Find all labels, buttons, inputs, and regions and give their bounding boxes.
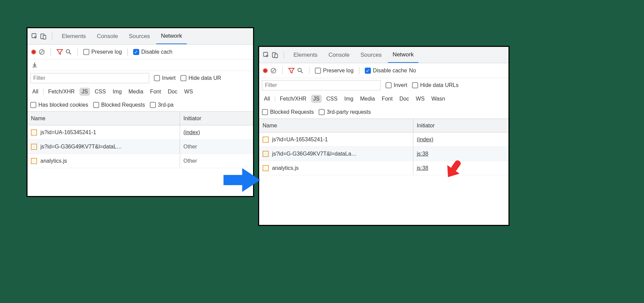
blocked-requests-checkbox[interactable]: Blocked Requests — [262, 109, 314, 115]
svg-rect-7 — [33, 67, 37, 67]
filter-ws[interactable]: WS — [414, 95, 427, 103]
record-icon[interactable] — [263, 68, 268, 73]
tab-elements[interactable]: Elements — [289, 47, 322, 63]
filter-media[interactable]: Media — [358, 95, 377, 103]
tab-console[interactable]: Console — [324, 47, 354, 63]
filter-input[interactable] — [30, 73, 149, 83]
download-row — [28, 59, 253, 71]
tab-network[interactable]: Network — [156, 29, 187, 44]
devtools-panel-after: Elements Console Sources Network Preserv… — [258, 46, 509, 226]
filter-font[interactable]: Font — [380, 95, 395, 103]
disable-cache-checkbox[interactable]: ✓Disable cach — [133, 49, 173, 55]
type-filter-bar: All Fetch/XHR JS CSS Img Media Font Doc … — [259, 92, 508, 105]
table-row[interactable]: ◦js?id=UA-165345241-1 (index) — [259, 132, 508, 147]
col-initiator[interactable]: Initiator — [413, 119, 508, 132]
js-file-icon: ◦ — [31, 144, 37, 150]
tab-sources[interactable]: Sources — [356, 47, 386, 63]
filter-all[interactable]: All — [30, 88, 40, 96]
filter-img[interactable]: Img — [342, 95, 356, 103]
tabstrip: Elements Console Sources Network — [28, 28, 253, 44]
clear-icon[interactable] — [270, 67, 277, 74]
js-file-icon: ◦ — [263, 151, 269, 157]
svg-point-13 — [298, 68, 301, 72]
search-icon[interactable] — [297, 67, 304, 74]
filter-css[interactable]: CSS — [93, 88, 108, 96]
blocked-requests-checkbox[interactable]: Blocked Requests — [93, 102, 145, 108]
record-icon[interactable] — [31, 49, 36, 55]
svg-line-14 — [301, 71, 303, 73]
filter-ws[interactable]: WS — [182, 88, 195, 96]
disable-cache-checkbox[interactable]: ✓Disable cache — [365, 68, 407, 74]
filter-js[interactable]: JS — [311, 95, 322, 103]
device-icon[interactable] — [40, 33, 47, 40]
tab-console[interactable]: Console — [92, 28, 123, 44]
tab-network[interactable]: Network — [388, 47, 418, 63]
network-toolbar: Preserve log ✓Disable cach — [28, 44, 253, 59]
filter-css[interactable]: CSS — [324, 95, 340, 103]
svg-point-5 — [66, 50, 70, 53]
svg-rect-10 — [275, 54, 278, 58]
extra-filter-bar: Has blocked cookies Blocked Requests 3rd… — [28, 98, 253, 112]
svg-rect-2 — [43, 35, 46, 39]
download-icon[interactable] — [32, 62, 38, 69]
table-row[interactable]: ◦analytics.js js:38 — [259, 161, 508, 175]
filter-fetch[interactable]: Fetch/XHR — [46, 88, 77, 96]
filter-media[interactable]: Media — [126, 88, 145, 96]
table-row[interactable]: ◦analytics.js Other — [28, 154, 253, 168]
initiator-link[interactable]: js:38 — [417, 151, 428, 157]
divider — [52, 33, 52, 40]
filter-bar: Invert Hide data UR — [28, 71, 253, 85]
svg-marker-15 — [223, 168, 260, 192]
svg-line-6 — [69, 53, 71, 54]
filter-input[interactable] — [262, 80, 381, 90]
inspect-icon[interactable] — [263, 51, 270, 59]
filter-all[interactable]: All — [262, 95, 272, 103]
truncated-text: No — [409, 68, 416, 74]
js-file-icon: ◦ — [263, 137, 269, 143]
third-party-checkbox[interactable]: 3rd-party requests — [319, 109, 371, 115]
tab-elements[interactable]: Elements — [57, 28, 91, 44]
filter-doc[interactable]: Doc — [397, 95, 411, 103]
clear-icon[interactable] — [38, 49, 45, 55]
table-body-left: ◦js?id=UA-165345241-1 (index) ◦js?id=G-G… — [28, 125, 253, 168]
blocked-cookies-checkbox[interactable]: Has blocked cookies — [30, 102, 88, 108]
filter-bar: Invert Hide data URLs — [259, 78, 508, 92]
tab-sources[interactable]: Sources — [124, 28, 155, 44]
initiator-link[interactable]: (index) — [183, 129, 200, 136]
third-party-checkbox[interactable]: 3rd-pa — [150, 102, 174, 108]
extra-filter-bar: Blocked Requests 3rd-party requests — [259, 105, 508, 119]
table-row[interactable]: ◦js?id=UA-165345241-1 (index) — [28, 125, 253, 140]
table-row[interactable]: ◦js?id=G-G36G49KV7T&l=dataL… Other — [28, 140, 253, 154]
filter-wasm[interactable]: Wasn — [429, 95, 447, 103]
device-icon[interactable] — [271, 51, 279, 59]
hide-data-urls-checkbox[interactable]: Hide data UR — [180, 75, 221, 81]
filter-fetch[interactable]: Fetch/XHR — [278, 95, 308, 103]
table-header: Name Initiator — [28, 112, 253, 125]
invert-checkbox[interactable]: Invert — [386, 82, 407, 88]
divider — [77, 48, 78, 56]
filter-doc[interactable]: Doc — [166, 88, 179, 96]
preserve-log-checkbox[interactable]: Preserve log — [315, 68, 354, 74]
search-icon[interactable] — [65, 49, 72, 55]
table-row[interactable]: ◦js?id=G-G36G49KV7T&l=dataLa… js:38 — [259, 147, 508, 161]
initiator-text: Other — [183, 144, 197, 150]
col-initiator[interactable]: Initiator — [180, 112, 253, 125]
initiator-link[interactable]: js:38 — [417, 165, 428, 171]
inspect-icon[interactable] — [31, 33, 38, 40]
preserve-log-checkbox[interactable]: Preserve log — [83, 49, 122, 55]
filter-icon[interactable] — [288, 67, 295, 74]
initiator-text: Other — [183, 158, 197, 164]
filter-font[interactable]: Font — [148, 88, 163, 96]
initiator-link[interactable]: (index) — [417, 137, 433, 143]
col-name[interactable]: Name — [259, 119, 413, 132]
filter-img[interactable]: Img — [111, 88, 124, 96]
filter-icon[interactable] — [56, 49, 63, 55]
divider — [127, 48, 128, 56]
col-name[interactable]: Name — [28, 112, 180, 125]
type-filter-bar: All Fetch/XHR JS CSS Img Media Font Doc … — [28, 85, 253, 98]
tabstrip: Elements Console Sources Network — [259, 47, 508, 63]
filter-js[interactable]: JS — [79, 88, 90, 96]
hide-data-urls-checkbox[interactable]: Hide data URLs — [412, 82, 459, 88]
red-arrow-icon — [442, 156, 465, 180]
invert-checkbox[interactable]: Invert — [154, 75, 176, 81]
